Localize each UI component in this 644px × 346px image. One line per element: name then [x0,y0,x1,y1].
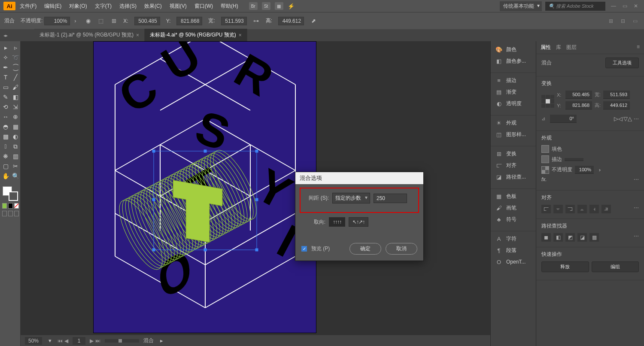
divide-icon[interactable]: ▦ [589,233,599,242]
type-tool[interactable]: T [1,73,10,82]
slice-tool[interactable]: ✂ [11,161,20,171]
menu-window[interactable]: 窗口(W) [191,1,216,12]
menu-view[interactable]: 视图(V) [166,1,190,12]
flip-v-icon[interactable]: ▽△ [624,115,631,122]
menu-object[interactable]: 对象(O) [66,1,90,12]
chevron-down-icon[interactable]: ▾ [46,337,53,344]
width-tool[interactable]: ↔ [1,112,10,121]
last-artboard-icon[interactable]: ⏭ [95,338,100,344]
chevron-right-icon[interactable]: › [596,167,603,173]
panel-character[interactable]: A字符 [491,233,536,245]
gpu-icon[interactable]: ⚡ [288,3,295,9]
color-mini-swatch[interactable] [8,203,13,209]
free-transform-tool[interactable]: ⊕ [11,112,20,121]
tab-libraries[interactable]: 库 [556,44,561,51]
rectangle-tool[interactable]: ▭ [1,82,10,92]
panel-opentype[interactable]: OOpenT... [491,256,536,267]
panel-transparency[interactable]: ◐透明度 [491,98,536,109]
cancel-button[interactable]: 取消 [386,243,417,255]
tab-properties[interactable]: 属性 [541,44,551,51]
exclude-icon[interactable]: ◪ [577,233,587,242]
align-icon[interactable]: ⊞ [110,18,117,24]
prop-h[interactable]: 449.612 [603,101,630,109]
stroke-swatch-small[interactable] [541,155,549,163]
opacity-value[interactable]: 100% [575,166,594,174]
panel-symbols[interactable]: ♣符号 [491,214,536,225]
pen-tool[interactable]: ✒ [1,63,10,72]
prop-y[interactable]: 821.868 [565,101,592,109]
window-minimize[interactable]: — [609,2,618,10]
align-bottom-icon[interactable]: ⫡ [601,205,611,213]
prev-artboard-icon[interactable]: ◀ [64,338,68,344]
curvature-tool[interactable]: ⁐ [11,63,20,72]
blend-tool[interactable]: ⧉ [11,142,20,151]
rotate-tool[interactable]: ⟲ [1,102,10,112]
draw-inside-icon[interactable] [14,211,19,216]
h-field[interactable]: 449.612 [278,17,304,25]
first-artboard-icon[interactable]: ⏮ [58,338,63,344]
y-field[interactable]: 821.868 [176,17,202,25]
panel-gradient[interactable]: ▤渐变 [491,86,536,98]
align-hcenter-icon[interactable]: ⫟ [553,205,563,213]
orientation-align-page[interactable]: ↑↑↑↑ [329,217,345,227]
document-tab-1[interactable]: 未标题-1 (2).ai* @ 50% (RGB/GPU 预览) × [34,29,145,41]
intersect-icon[interactable]: ◩ [565,233,575,242]
fx-label[interactable]: fx. [541,176,547,182]
close-icon[interactable]: × [136,32,139,38]
w-field[interactable]: 511.593 [221,17,247,25]
line-tool[interactable]: ╱ [11,73,20,82]
prop-x[interactable]: 500.485 [565,91,592,99]
orientation-align-path[interactable]: ↖↑↗↑ [349,217,368,227]
stroke-weight[interactable] [565,158,583,161]
opacity-field[interactable]: 100% [44,17,70,25]
panel-align[interactable]: ⫍对齐 [491,160,536,171]
zoom-level[interactable]: 50% [25,337,42,345]
panel-toggle-2[interactable]: ⊟ [618,16,628,26]
none-swatch[interactable] [14,203,19,209]
spacing-mode-select[interactable]: 指定的步数 [332,193,370,203]
minus-front-icon[interactable]: ◧ [553,233,563,242]
menu-effect[interactable]: 效果(C) [141,1,165,12]
canvas[interactable]: C U R S Y I O T [21,41,490,346]
tab-layers[interactable]: 图层 [566,44,577,51]
workspace-switcher[interactable]: 传统基本功能 [500,1,542,11]
panel-graphic-styles[interactable]: ◫图形样... [491,129,536,140]
document-tab-2[interactable]: 未标题-4.ai* @ 50% (RGB/GPU 预览) × [145,29,247,41]
next-artboard-icon[interactable]: ▶ [90,338,94,344]
shaper-tool[interactable]: ✎ [1,92,10,102]
hand-tool[interactable]: ✋ [1,171,10,181]
ok-button[interactable]: 确定 [349,243,381,255]
perspective-tool[interactable]: ▦ [11,122,20,131]
flip-h-icon[interactable]: ▷◁ [615,115,622,122]
panel-toggle-3[interactable]: ▭ [630,16,640,26]
lasso-tool[interactable]: ➰ [11,53,20,62]
gradient-tool[interactable]: ◐ [11,132,20,141]
chevron-right-icon[interactable]: › [72,18,79,24]
panel-stroke[interactable]: ≡描边 [491,75,536,86]
more-icon[interactable]: ⋯ [634,205,639,213]
panel-paragraph[interactable]: ¶段落 [491,245,536,256]
release-button[interactable]: 释放 [541,261,589,272]
panel-color[interactable]: 🎨颜色 [491,44,536,55]
recolor-icon[interactable]: ⬚ [97,18,104,24]
stock-icon[interactable]: St [262,2,270,10]
color-mini-swatch[interactable] [2,203,7,209]
group-button[interactable]: 编组 [592,261,639,272]
menu-help[interactable]: 帮助(H) [217,1,242,12]
panel-appearance[interactable]: ☀外观 [491,117,536,129]
spacing-value-input[interactable] [374,194,407,203]
selection-tool[interactable]: ▸ [1,43,10,52]
scale-tool[interactable]: ⇲ [11,102,20,112]
align-top-icon[interactable]: ⫠ [577,205,587,213]
chevron-right-icon[interactable]: ▸ [158,337,165,344]
artboard-nav-scrubber[interactable] [105,339,139,343]
align-left-icon[interactable]: ⫍ [541,205,551,213]
window-close[interactable]: ✕ [631,2,641,10]
draw-behind-icon[interactable] [8,211,13,216]
preview-checkbox[interactable]: ✓ [301,246,307,252]
more-icon[interactable]: ⋯ [634,116,639,122]
align-right-icon[interactable]: ⫎ [565,205,575,213]
reference-point[interactable] [541,95,554,108]
mesh-tool[interactable]: ▩ [1,132,10,141]
tool-options-button[interactable]: 工具选项 [605,58,639,68]
